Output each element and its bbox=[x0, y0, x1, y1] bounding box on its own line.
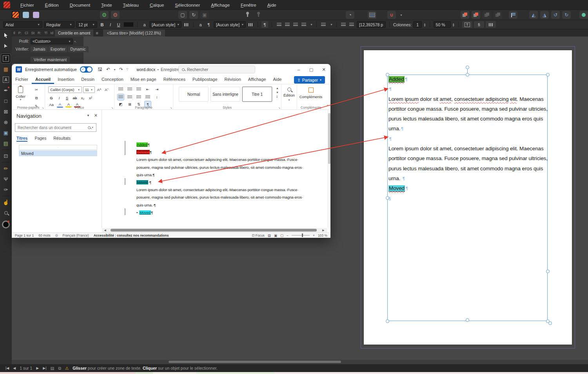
leading-select[interactable]: [12,392578 p▼ bbox=[357, 21, 386, 28]
check-mode-option[interactable]: Dynamic bbox=[68, 46, 88, 52]
vector-crop-tool[interactable]: ⊡ bbox=[1, 151, 11, 161]
navigation-tab[interactable]: Résultats bbox=[53, 136, 71, 142]
document-title[interactable]: word.docx bbox=[136, 67, 155, 72]
align-right-button[interactable] bbox=[292, 21, 299, 28]
zoom-slider[interactable] bbox=[292, 235, 310, 235]
menu-item[interactable]: Aide bbox=[262, 3, 282, 7]
navigation-search-input[interactable]: Rechercher dans un document ▼ bbox=[15, 123, 96, 132]
style-card[interactable]: Titre 1 bbox=[242, 87, 272, 102]
align-button[interactable] bbox=[509, 11, 517, 19]
minimize-button[interactable]: – bbox=[292, 64, 305, 75]
scroll-left-icon[interactable]: ◀ bbox=[102, 229, 108, 232]
styles-scroll-up-icon[interactable]: ▲ bbox=[276, 87, 279, 89]
chevron-down-icon[interactable]: ▼ bbox=[330, 23, 333, 26]
increase-indent-button[interactable]: ⇥ bbox=[154, 86, 160, 92]
designer-app-button[interactable] bbox=[22, 11, 30, 19]
editing-button[interactable]: Édition ▼ bbox=[281, 88, 297, 101]
character-style-select[interactable]: [Aucun style]▼ bbox=[149, 21, 181, 28]
focus-mode-button[interactable]: ⊡ Focus bbox=[252, 234, 265, 237]
ribbon-tab[interactable]: Fichier bbox=[12, 75, 32, 84]
addins-button[interactable]: Compléments bbox=[297, 88, 325, 99]
justification-button[interactable] bbox=[320, 21, 327, 28]
shrink-font-button[interactable]: Aˇ bbox=[103, 87, 110, 93]
bold-button[interactable]: G bbox=[48, 95, 54, 101]
panel-tab[interactable]: P: bbox=[17, 31, 24, 35]
pen-tool[interactable]: ✒ bbox=[1, 86, 11, 95]
page-indicator[interactable]: Page 1 sur 1 bbox=[15, 234, 34, 237]
flip-horizontal-button[interactable]: ◭ bbox=[529, 11, 538, 19]
text-color-swatch[interactable] bbox=[123, 22, 134, 27]
navigation-heading-blank[interactable]: · bbox=[19, 145, 97, 150]
place-image-tool[interactable]: ▣ bbox=[1, 128, 11, 137]
pages-panel-icon[interactable]: ▤ bbox=[50, 366, 54, 370]
underline-button[interactable]: S bbox=[64, 95, 70, 101]
subscript-button[interactable]: x₂ bbox=[80, 95, 86, 101]
superscript-button[interactable]: x² bbox=[87, 95, 94, 101]
bullet-list-button[interactable] bbox=[118, 86, 124, 92]
close-button[interactable]: ✕ bbox=[317, 64, 330, 75]
resize-handle-top-center[interactable] bbox=[466, 73, 469, 77]
resize-handle-bottom-left[interactable] bbox=[386, 319, 389, 323]
multilevel-list-button[interactable] bbox=[136, 86, 142, 92]
picture-frame-rectangle-tool[interactable]: ⊠ bbox=[1, 107, 11, 116]
zoom-in-icon[interactable]: + bbox=[313, 234, 315, 237]
numbered-list-button[interactable] bbox=[348, 21, 355, 28]
justify-button[interactable] bbox=[145, 94, 151, 100]
font-size-select[interactable]: 12 pt▼ bbox=[76, 21, 97, 28]
style-card[interactable]: Sans interligne bbox=[211, 87, 240, 102]
next-page-icon[interactable]: ▶ bbox=[36, 366, 39, 370]
resize-handle-mid-right[interactable] bbox=[546, 270, 550, 273]
word-count[interactable]: 60 mots bbox=[38, 234, 50, 237]
color-selector[interactable] bbox=[1, 220, 11, 229]
ribbon-tab[interactable]: Publipostage bbox=[189, 75, 221, 84]
proofing-icon[interactable]: ⊙ bbox=[55, 234, 58, 237]
update-paragraph-style-button[interactable] bbox=[247, 21, 254, 28]
dialog-launcher-icon[interactable]: ↘ bbox=[42, 106, 44, 109]
align-right-button[interactable] bbox=[136, 94, 142, 100]
resize-handle-mid-left[interactable] bbox=[386, 196, 389, 200]
panel-tab[interactable]: Tl bbox=[43, 31, 49, 35]
style-picker-tool[interactable]: Ψ bbox=[1, 174, 11, 184]
pin-alt-button[interactable] bbox=[254, 11, 263, 19]
word-document-area[interactable]: Added¶ Deleted¶ Lorem·ipsum·dolor·sit·am… bbox=[102, 110, 327, 228]
navigation-tab[interactable]: Pages bbox=[34, 136, 46, 142]
share-button[interactable]: ⇧ Partager ▼ bbox=[294, 76, 325, 84]
italic-button[interactable]: I bbox=[107, 21, 114, 28]
resize-handle-bottom-center[interactable] bbox=[466, 318, 469, 322]
snapping-button[interactable]: ∪ bbox=[387, 11, 396, 19]
pencil-tool[interactable]: ✏ bbox=[1, 164, 11, 173]
previous-page-icon[interactable]: ◀ bbox=[13, 366, 16, 370]
color-button[interactable] bbox=[579, 11, 588, 19]
frame-text-tool[interactable]: T bbox=[1, 54, 11, 63]
warning-icon[interactable]: ⚠ bbox=[65, 366, 69, 370]
photo-app-button[interactable] bbox=[32, 11, 40, 19]
font-family-select[interactable]: Arial▼ bbox=[3, 21, 42, 28]
check-now-button[interactable]: Vérifier maintenant bbox=[31, 57, 70, 63]
publisher-horizontal-scrollbar[interactable] bbox=[12, 360, 588, 364]
resize-handle-top-left[interactable] bbox=[386, 73, 389, 77]
saved-status[interactable]: Enregistré bbox=[161, 67, 180, 72]
artistic-text-tool[interactable]: A bbox=[1, 75, 11, 84]
ribbon-tab[interactable]: Références bbox=[160, 75, 189, 84]
ribbon-tab[interactable]: Mise en page bbox=[127, 75, 160, 84]
bullet-list-button[interactable] bbox=[340, 21, 347, 28]
align-left-button[interactable] bbox=[118, 94, 124, 100]
chevron-down-icon[interactable]: ▼ bbox=[87, 114, 90, 117]
collapse-ribbon-icon[interactable]: ⌃ bbox=[326, 104, 329, 108]
cut-button[interactable]: ✂ bbox=[33, 87, 40, 93]
baseline-grid-button[interactable] bbox=[486, 21, 496, 28]
read-mode-icon[interactable]: ▤ bbox=[268, 234, 271, 237]
search-input[interactable]: Rechercher bbox=[178, 66, 255, 73]
align-center-button[interactable] bbox=[284, 21, 290, 28]
settings-button[interactable]: ⚙ bbox=[111, 11, 120, 19]
redo-icon[interactable]: ↷ bbox=[119, 67, 123, 72]
page-text-content[interactable]: Added¶ ¶ Lorem ipsum dolor sit amet, con… bbox=[388, 74, 548, 203]
zoom-tool[interactable] bbox=[1, 208, 11, 217]
typography-button[interactable]: T bbox=[462, 21, 472, 28]
font-size-select[interactable]: 11▼ bbox=[83, 86, 95, 93]
dialog-launcher-icon[interactable]: ↘ bbox=[170, 106, 172, 109]
asset-tool[interactable]: ▤ bbox=[1, 139, 11, 148]
picture-frame-ellipse-tool[interactable]: ⊗ bbox=[1, 117, 11, 127]
new-document-button[interactable]: ▢ bbox=[178, 11, 187, 19]
zoom-percent[interactable]: 103 % bbox=[318, 234, 327, 237]
